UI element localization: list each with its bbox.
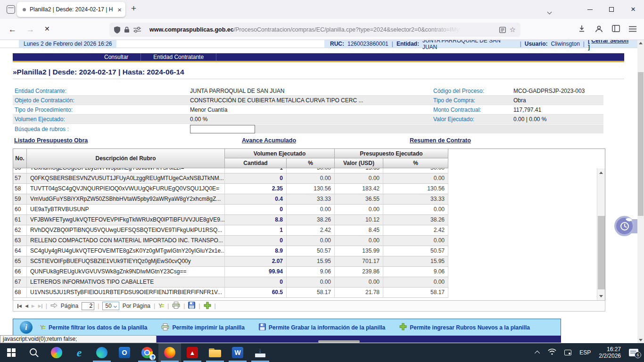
back-button[interactable]: ← xyxy=(8,25,17,34)
language-indicator[interactable]: ESP xyxy=(579,349,591,356)
shield-icon[interactable] xyxy=(114,26,120,33)
lock-icon[interactable] xyxy=(124,26,130,33)
table-row[interactable]: 60 UE9aTyBTRVBUSUNP 0 0.00 0.00 0.00 xyxy=(13,205,448,215)
search-button[interactable] xyxy=(23,343,45,362)
scroll-up-icon[interactable] xyxy=(597,169,605,176)
table-body: 56 TGxhdmUgZGUgcGFzbyBNYW5pamEgY3JvbWFkY… xyxy=(13,168,448,300)
prev-page-button[interactable]: ◀ xyxy=(25,304,28,308)
account-icon[interactable] xyxy=(595,25,603,35)
menu-item[interactable]: Entidad Contratante xyxy=(141,53,216,61)
link-avance-acumulado[interactable]: Avance Acumulado xyxy=(242,137,296,144)
scroll-down-icon[interactable] xyxy=(597,292,605,300)
col-group-presupuesto[interactable]: Presupuesto Ejecutado xyxy=(335,149,448,158)
link-listado-presupuesto[interactable]: Listado Presupuesto Obra xyxy=(14,137,88,144)
scroll-down-icon[interactable] xyxy=(639,339,643,341)
scroll-up-icon[interactable] xyxy=(639,42,643,44)
start-button[interactable] xyxy=(0,343,23,362)
clock-extension-widget[interactable] xyxy=(614,216,637,237)
col-group-volumen[interactable]: Volumen Ejecutado xyxy=(225,149,335,158)
table-row[interactable]: 63 RELLENO COMPACTADO CON MATERIAL IMPOR… xyxy=(13,236,448,246)
table-row[interactable]: 66 QUNFUk8gREUgUkVGVUVSWk8gZnk9NDIwMGtnY… xyxy=(13,267,448,277)
stop-button[interactable]: ✕ xyxy=(44,25,50,33)
first-page-button[interactable]: ◀ xyxy=(17,304,22,308)
pagination-bar: ◀ ◀ ▶ ▶ | Página | 50 Por Página | Y= | … xyxy=(13,300,605,312)
scrollbar-thumb[interactable] xyxy=(638,72,644,216)
window-close-button[interactable]: × xyxy=(622,0,644,19)
chrome-icon[interactable] xyxy=(136,343,158,362)
new-tab-button[interactable]: + xyxy=(131,3,136,14)
window-maximize-button[interactable] xyxy=(601,0,622,19)
internet-explorer-icon[interactable]: e xyxy=(68,343,91,362)
table-row[interactable]: 64 SC4gUy4gRU4gUkVQTEFOVElMTE8gZsK0Yz0gM… xyxy=(13,246,448,256)
col-header-pct-presupuesto[interactable]: % xyxy=(383,158,448,168)
word-icon[interactable]: W xyxy=(226,343,249,362)
firefox-icon[interactable] xyxy=(158,343,181,362)
window-minimize-button[interactable] xyxy=(579,0,601,19)
row-cantidad: 0 xyxy=(225,205,287,214)
filter-icon[interactable]: Y= xyxy=(158,303,164,309)
list-all-tabs-icon[interactable] xyxy=(548,7,551,16)
sidebar-icon[interactable] xyxy=(612,25,620,34)
menu-hamburger-icon[interactable] xyxy=(629,25,636,34)
table-row[interactable]: 59 VmVudGFuYSBiYXRpZW50ZSBhbHVtaW5pby92a… xyxy=(13,194,448,205)
outlook-icon[interactable]: O xyxy=(113,343,136,362)
table-row[interactable]: 67 LETREROS INFORMATIVOS TIPO CABALLETE … xyxy=(13,277,448,288)
connect-display-icon[interactable] xyxy=(564,350,571,355)
col-header-valor[interactable]: Valor (USD) xyxy=(335,158,383,168)
bookmark-star-icon[interactable]: ☆ xyxy=(510,25,516,34)
notification-icon[interactable]: 6 xyxy=(629,349,638,356)
row-descripcion: TUVTT04gSC4gQVJNQURPIElOQ0xVWUUgQkFURUEg… xyxy=(27,184,225,194)
row-descripcion: RVhDQVZBQ0lPTiBNQU5VQUwgUEFSQSBQTElOVE9T… xyxy=(27,225,225,235)
clock-icon[interactable] xyxy=(614,216,635,236)
row-cantidad: 8.9 xyxy=(225,246,287,256)
browser-tab[interactable]: Planilla2 | Desde: 2024-02-17 | H × xyxy=(17,2,125,17)
reader-view-icon[interactable] xyxy=(499,27,506,33)
print-icon[interactable] xyxy=(172,302,180,310)
table-row[interactable]: 58 TUVTT04gSC4gQVJNQURPIElOQ0xVWUUgQkFUR… xyxy=(13,184,448,194)
table-scrollbar[interactable] xyxy=(597,168,605,300)
tray-expand-icon[interactable] xyxy=(535,351,540,356)
logout-link[interactable]: [ Cerrar Sesión ] xyxy=(588,40,632,50)
copilot-icon[interactable] xyxy=(45,343,68,362)
per-page-select[interactable]: 50 xyxy=(102,302,119,310)
address-bar[interactable]: www.compraspublicas.gob.ec/ProcesoContra… xyxy=(109,23,520,37)
add-rubro-icon[interactable] xyxy=(204,302,211,311)
file-explorer-icon[interactable] xyxy=(204,343,226,362)
forward-button[interactable]: → xyxy=(26,25,34,34)
firefox-view-icon[interactable] xyxy=(7,5,15,14)
info-label-left: Entidad Contratante: xyxy=(13,88,190,94)
table-row[interactable]: 68 U1VNSU5JU1RSTyBFIElOU1RBTEFDSU9OIERFI… xyxy=(13,288,448,298)
permissions-icon[interactable] xyxy=(133,27,141,33)
menu-item[interactable]: Consultar xyxy=(92,53,141,61)
acrobat-icon[interactable]: ▲ xyxy=(181,343,204,362)
table-row[interactable]: 65 SC5TIEVOIFpBUEFUQSBZIE1VUk9TIEYtQz0gM… xyxy=(13,256,448,267)
horizontal-scrollbar-thumb[interactable] xyxy=(318,340,360,343)
table-row[interactable]: 57 Q0FKQSBERSBESVNZVU5UT1JFUyA0LzggREUgM… xyxy=(13,173,448,184)
col-header-descripcion[interactable]: Descripción del Rubro xyxy=(27,149,225,168)
taskbar-clock[interactable]: 16:27 2/2/2026 xyxy=(599,346,621,359)
page-scrollbar[interactable] xyxy=(637,40,644,343)
table-row[interactable]: 62 RVhDQVZBQ0lPTiBNQU5VQUwgUEFSQSBQTElOV… xyxy=(13,225,448,236)
table-row[interactable]: 56 TGxhdmUgZGUgcGFzbyBNYW5pamEgY3JvbWFkY… xyxy=(13,168,448,173)
save-icon[interactable] xyxy=(188,302,195,310)
go-page-icon[interactable] xyxy=(50,303,58,310)
col-header-no[interactable]: No. xyxy=(13,149,27,168)
info-value-right: Obra xyxy=(513,97,603,104)
last-page-button[interactable]: ▶ xyxy=(38,304,42,308)
col-header-pct-volumen[interactable]: % xyxy=(287,158,335,168)
col-header-cantidad[interactable]: Cantidad xyxy=(225,158,287,168)
tab-close-icon[interactable]: × xyxy=(117,6,122,14)
row-presupuesto-pct: 50.57 xyxy=(383,246,448,256)
rubro-search-input[interactable] xyxy=(190,125,255,133)
inbox-app-icon[interactable]: ↓ xyxy=(249,343,272,362)
next-page-button[interactable]: ▶ xyxy=(32,304,35,308)
scrollbar-thumb[interactable] xyxy=(598,216,605,289)
wifi-icon[interactable] xyxy=(548,348,556,357)
row-valor-usd: 135.99 xyxy=(335,246,383,256)
link-resumen-contrato[interactable]: Resumen de Contrato xyxy=(410,137,471,144)
downloads-icon[interactable] xyxy=(578,25,586,35)
row-number: 59 xyxy=(13,194,27,204)
page-input[interactable] xyxy=(82,302,94,310)
table-row[interactable]: 61 VFJBWkFETywgUkVQTEFOVEVPIFkgTklWRUxBQ… xyxy=(13,215,448,225)
edge-icon[interactable] xyxy=(91,343,113,362)
